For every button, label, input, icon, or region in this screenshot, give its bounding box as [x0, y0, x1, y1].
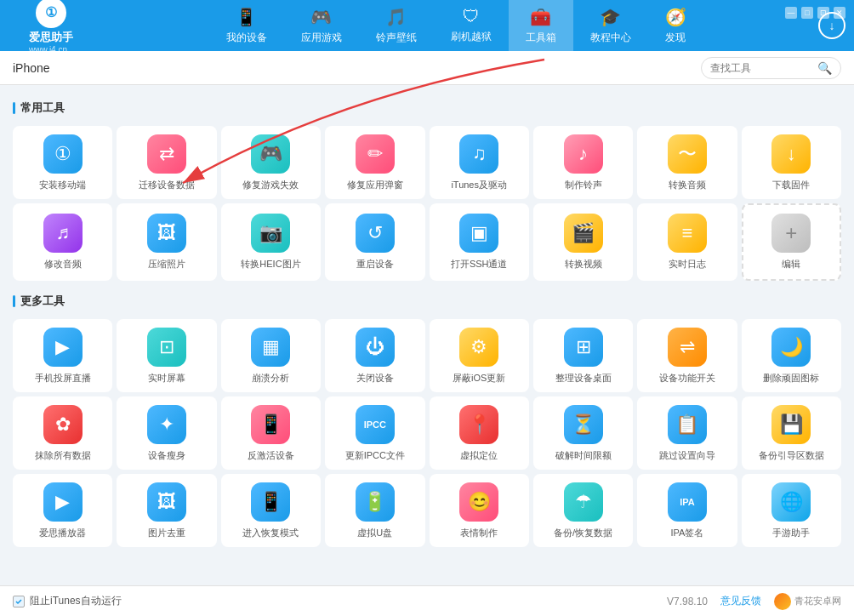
tool-device-slim[interactable]: ✦ 设备瘦身 [117, 396, 216, 470]
nav-jailbreak[interactable]: 🛡 刷机越狱 [434, 0, 509, 52]
tool-label-itunes-driver: iTunes及驱动 [451, 179, 507, 191]
itunes-checkbox[interactable] [13, 596, 25, 607]
search-icon: 🔍 [817, 61, 832, 75]
tool-virtual-udisk[interactable]: 🔋 虚拟U盘 [325, 474, 424, 547]
delete-stubborn-icons-icon: 🌙 [771, 328, 811, 367]
nav-toolbox[interactable]: 🧰 工具箱 [509, 0, 573, 52]
device-features-icon: ⇌ [668, 328, 707, 367]
logo-text: 爱思助手 www.i4.cn [29, 30, 73, 54]
nav-app-games[interactable]: 🎮 应用游戏 [284, 0, 359, 52]
tool-device-features[interactable]: ⇌ 设备功能开关 [637, 319, 737, 392]
tool-modify-audio[interactable]: ♬ 修改音频 [13, 203, 112, 280]
footer: 阻止iTunes自动运行 V7.98.10 意见反馈 青花安卓网 [0, 585, 854, 616]
nav-ringtones[interactable]: 🎵 铃声壁纸 [359, 0, 434, 52]
compress-photo-icon: 🖼 [147, 214, 186, 253]
tool-install-mobile[interactable]: ① 安装移动端 [13, 126, 112, 199]
device-name: iPhone [13, 61, 701, 75]
device-slim-icon: ✦ [147, 405, 186, 444]
fix-games-icon: 🎮 [251, 134, 290, 174]
tool-label-fix-popup: 修复应用弹窗 [347, 179, 403, 191]
nav-label-app-games: 应用游戏 [301, 31, 342, 45]
tool-fix-popup[interactable]: ✏ 修复应用弹窗 [325, 126, 424, 199]
tool-label-modify-audio: 修改音频 [44, 258, 82, 270]
search-input[interactable] [710, 62, 812, 74]
tool-emoji-maker[interactable]: 😊 表情制作 [430, 474, 529, 547]
tool-label-make-ringtone: 制作铃声 [565, 179, 602, 191]
nav-my-device[interactable]: 📱 我的设备 [209, 0, 284, 52]
install-mobile-icon: ① [43, 134, 83, 174]
fullscreen-button[interactable]: ⊡ [817, 7, 829, 19]
common-tools-grid: ① 安装移动端 ⇄ 迁移设备数据 🎮 修复游戏失效 ✏ 修复应用弹窗 ♫ iTu… [13, 126, 841, 281]
tool-erase-all-data[interactable]: ✿ 抹除所有数据 [13, 396, 112, 470]
tool-download-firmware[interactable]: ↓ 下载固件 [742, 126, 841, 199]
tool-edit-add[interactable]: + 编辑 [742, 203, 841, 280]
download-firmware-icon: ↓ [771, 134, 811, 174]
tool-reboot-device[interactable]: ↺ 重启设备 [325, 203, 424, 280]
itunes-driver-icon: ♫ [459, 134, 498, 174]
tool-label-update-ipcc: 更新IPCC文件 [345, 449, 405, 461]
tool-itunes-driver[interactable]: ♫ iTunes及驱动 [430, 126, 529, 199]
tool-shutdown-device[interactable]: ⏻ 关闭设备 [325, 319, 424, 392]
backup-boot-data-icon: 💾 [771, 405, 811, 444]
tool-photo-dedup[interactable]: 🖼 图片去重 [117, 474, 216, 547]
tool-backup-restore[interactable]: ☂ 备份/恢复数据 [533, 474, 633, 547]
tool-block-ios-update[interactable]: ⚙ 屏蔽iOS更新 [430, 319, 529, 392]
tool-backup-boot-data[interactable]: 💾 备份引导区数据 [742, 396, 841, 470]
tool-label-backup-restore: 备份/恢复数据 [554, 527, 612, 539]
nav-discover[interactable]: 🧭 发现 [648, 0, 703, 52]
tool-label-deactivate-device: 反激活设备 [248, 449, 294, 461]
more-tools-title: 更多工具 [13, 294, 841, 309]
version-label: V7.98.10 [667, 596, 708, 607]
heic-convert-icon: 📷 [251, 214, 290, 253]
tool-screen-cast[interactable]: ▶ 手机投屏直播 [13, 319, 112, 392]
close-button[interactable]: ✕ [834, 7, 845, 19]
deactivate-device-icon: 📱 [251, 405, 290, 444]
tool-label-break-time-limit: 破解时间限额 [555, 449, 612, 461]
tool-label-erase-all-data: 抹除所有数据 [35, 449, 91, 461]
tool-label-heic-convert: 转换HEIC图片 [241, 258, 300, 270]
tool-compress-photo[interactable]: 🖼 压缩照片 [117, 203, 216, 280]
tool-make-ringtone[interactable]: ♪ 制作铃声 [533, 126, 633, 199]
logo-icon: ① [36, 0, 66, 28]
tool-delete-stubborn-icons[interactable]: 🌙 删除顽固图标 [742, 319, 841, 392]
tool-virtual-location[interactable]: 📍 虚拟定位 [430, 396, 529, 470]
minimize-button[interactable]: — [785, 7, 797, 19]
tool-update-ipcc[interactable]: IPCC 更新IPCC文件 [325, 396, 424, 470]
footer-right: V7.98.10 意见反馈 青花安卓网 [667, 593, 841, 610]
tool-fix-games[interactable]: 🎮 修复游戏失效 [221, 126, 321, 199]
tool-organize-desktop[interactable]: ⊞ 整理设备桌面 [533, 319, 633, 392]
tool-realtime-log[interactable]: ≡ 实时日志 [637, 203, 737, 280]
tool-convert-video[interactable]: 🎬 转换视频 [533, 203, 633, 280]
tool-skip-setup-wizard[interactable]: 📋 跳过设置向导 [637, 396, 737, 470]
tool-heic-convert[interactable]: 📷 转换HEIC图片 [221, 203, 321, 280]
tool-open-ssh[interactable]: ▣ 打开SSH通道 [430, 203, 529, 280]
main-content: 常用工具 ① 安装移动端 ⇄ 迁移设备数据 🎮 修复游戏失效 ✏ 修复应用弹窗 … [0, 85, 854, 585]
tool-label-shutdown-device: 关闭设备 [356, 372, 394, 384]
maximize-button[interactable]: □ [801, 7, 813, 19]
tool-ipa-sign[interactable]: IPA IPA签名 [637, 474, 737, 547]
tool-crash-analysis[interactable]: ▦ 崩溃分析 [221, 319, 321, 392]
tool-label-virtual-location: 虚拟定位 [460, 449, 498, 461]
tool-deactivate-device[interactable]: 📱 反激活设备 [221, 396, 321, 470]
nav-tutorials[interactable]: 🎓 教程中心 [573, 0, 648, 52]
tool-label-skip-setup-wizard: 跳过设置向导 [659, 449, 715, 461]
tool-convert-audio[interactable]: 〜 转换音频 [637, 126, 737, 199]
nav-label-tutorials: 教程中心 [590, 31, 631, 45]
virtual-location-icon: 📍 [459, 405, 498, 444]
itunes-checkbox-label: 阻止iTunes自动运行 [30, 594, 122, 608]
modify-audio-icon: ♬ [43, 214, 83, 253]
device-bar: iPhone 🔍 [0, 51, 854, 85]
phone-icon: 📱 [236, 7, 257, 27]
tool-label-convert-audio: 转换音频 [669, 179, 706, 191]
tool-migrate-data[interactable]: ⇄ 迁移设备数据 [117, 126, 216, 199]
photo-dedup-icon: 🖼 [147, 482, 186, 522]
nav-items: 📱 我的设备 🎮 应用游戏 🎵 铃声壁纸 🛡 刷机越狱 🧰 工具箱 🎓 教程中心… [94, 0, 818, 52]
tool-label-backup-boot-data: 备份引导区数据 [759, 449, 824, 461]
feedback-link[interactable]: 意见反馈 [720, 594, 761, 608]
tool-mobile-game-helper[interactable]: 🌐 手游助手 [742, 474, 841, 547]
tool-realtime-screen[interactable]: ⊡ 实时屏幕 [117, 319, 216, 392]
tool-aisee-player[interactable]: ▶ 爱思播放器 [13, 474, 112, 547]
tool-break-time-limit[interactable]: ⏳ 破解时间限额 [533, 396, 633, 470]
tool-recovery-mode[interactable]: 📱 进入恢复模式 [221, 474, 321, 547]
block-ios-update-icon: ⚙ [459, 328, 498, 367]
